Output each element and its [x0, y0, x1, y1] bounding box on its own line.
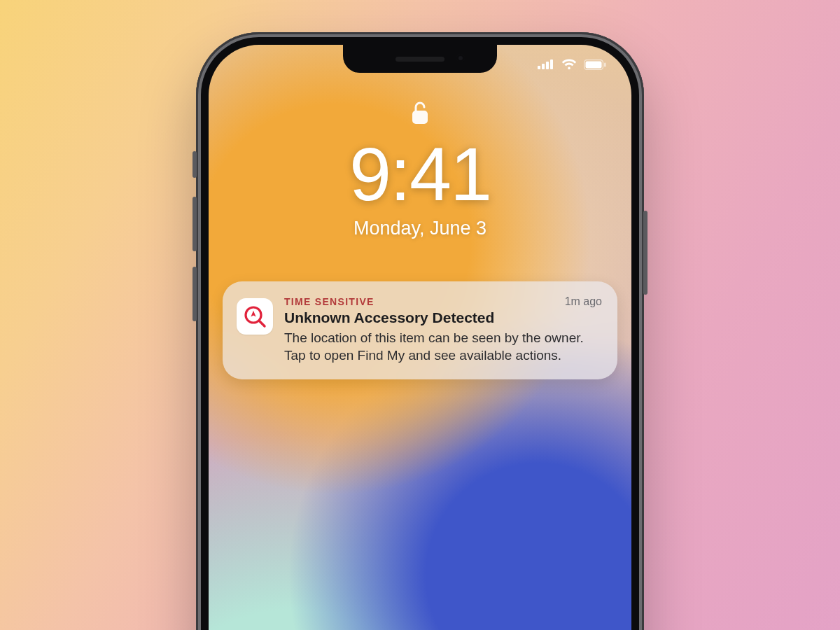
- front-camera: [456, 54, 465, 62]
- time-sensitive-badge: TIME SENSITIVE: [284, 296, 374, 307]
- svg-rect-0: [538, 66, 540, 69]
- notification-body: The location of this item can be seen by…: [284, 329, 602, 364]
- status-bar: [538, 59, 606, 70]
- clock-date: Monday, June 3: [209, 218, 631, 239]
- notification-card[interactable]: TIME SENSITIVE 1m ago Unknown Accessory …: [223, 281, 617, 379]
- volume-down-button[interactable]: [192, 267, 197, 321]
- wifi-icon: [561, 59, 577, 70]
- svg-line-9: [259, 321, 265, 326]
- iphone-frame: 9:41 Monday, June 3 TIME SENSITIVE 1m ag…: [196, 32, 644, 630]
- clock-time: 9:41: [209, 134, 631, 214]
- svg-rect-3: [550, 59, 553, 69]
- battery-icon: [584, 59, 606, 70]
- svg-rect-6: [604, 62, 606, 66]
- notification-title: Unknown Accessory Detected: [284, 309, 602, 326]
- svg-rect-2: [546, 62, 549, 69]
- svg-rect-1: [542, 64, 545, 69]
- lock-screen[interactable]: 9:41 Monday, June 3 TIME SENSITIVE 1m ag…: [209, 45, 631, 630]
- power-button[interactable]: [643, 211, 648, 295]
- unlock-icon: [410, 99, 430, 129]
- find-my-app-icon: [237, 298, 273, 335]
- notification-timestamp: 1m ago: [565, 295, 602, 308]
- earpiece-speaker: [396, 57, 444, 62]
- cellular-signal-icon: [538, 59, 554, 69]
- svg-rect-5: [586, 61, 602, 68]
- notch: [343, 45, 497, 73]
- lock-header: 9:41 Monday, June 3: [209, 99, 631, 239]
- volume-up-button[interactable]: [192, 197, 197, 251]
- mute-switch[interactable]: [192, 151, 197, 178]
- svg-rect-7: [412, 111, 428, 124]
